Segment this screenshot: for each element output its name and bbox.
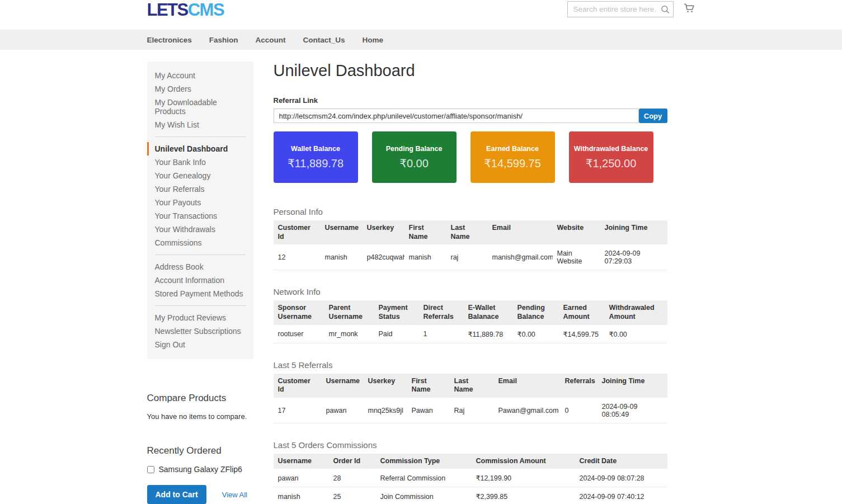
card-value: ₹11,889.78 bbox=[274, 157, 358, 170]
card-earned-balance: Earned Balance₹14,599.75 bbox=[471, 131, 555, 183]
card-label: Wallet Balance bbox=[274, 131, 358, 153]
sidebar-item-my-product-reviews[interactable]: My Product Reviews bbox=[147, 311, 253, 324]
card-value: ₹14,599.75 bbox=[471, 157, 555, 170]
search-icon[interactable] bbox=[661, 5, 670, 16]
data-table: Sponsor UsernameParent UsernamePayment S… bbox=[274, 300, 667, 343]
column-header-customer-id: Customer Id bbox=[274, 220, 321, 244]
table-row: pawan28Referral Commission₹12,199.902024… bbox=[274, 469, 667, 487]
nav-item-contact-us[interactable]: Contact_Us bbox=[303, 36, 345, 44]
column-header-sponsor-username: Sponsor Username bbox=[274, 300, 324, 324]
table-cell: 2024-09-09 07:29:03 bbox=[600, 244, 667, 270]
nav-item-electronices[interactable]: Electronices bbox=[147, 36, 192, 44]
table-cell: 12 bbox=[274, 244, 321, 270]
data-table: Customer IdUsernameUserkeyFirst NameLast… bbox=[274, 374, 667, 423]
table-row: rootusermr_monkPaid1₹11,889.78₹0.00₹14,5… bbox=[274, 325, 667, 343]
column-header-earned-amount: Earned Amount bbox=[559, 300, 605, 324]
page-header: LETSCMS bbox=[0, 0, 842, 30]
section-title: Last 5 Orders Commissions bbox=[274, 440, 667, 450]
compare-products-title: Compare Products bbox=[147, 393, 253, 404]
table-cell: Raj bbox=[450, 398, 494, 423]
nav-item-fashion[interactable]: Fashion bbox=[209, 36, 238, 44]
column-header-last-name: Last Name bbox=[450, 374, 494, 398]
sidebar-item-your-withdrawals[interactable]: Your Withdrawals bbox=[147, 223, 253, 236]
column-header-joining-time: Joining Time bbox=[600, 220, 667, 244]
balance-cards: Wallet Balance₹11,889.78Pending Balance₹… bbox=[274, 131, 667, 183]
table-header-row: Customer IdUsernameUserkeyFirst NameLast… bbox=[274, 220, 667, 244]
sidebar-item-my-downloadable-products[interactable]: My Downloadable Products bbox=[147, 96, 253, 118]
column-header-userkey: Userkey bbox=[363, 220, 404, 244]
last-5-orders-commissions-section: Last 5 Orders CommissionsUsernameOrder I… bbox=[274, 440, 667, 504]
logo-part-lets: LETS bbox=[147, 0, 188, 20]
card-label: Earned Balance bbox=[471, 131, 555, 153]
network-info-section: Network InfoSponsor UsernameParent Usern… bbox=[274, 287, 667, 343]
table-cell: mr_monk bbox=[324, 325, 374, 343]
sidebar-item-sign-out[interactable]: Sign Out bbox=[147, 338, 253, 351]
table-cell: raj bbox=[446, 244, 488, 270]
column-header-e-wallet-balanace: E-Wallet Balanace bbox=[464, 300, 513, 324]
recent-item-checkbox[interactable] bbox=[147, 466, 154, 473]
sidebar-item-address-book[interactable]: Address Book bbox=[147, 260, 253, 274]
table-header-row: Sponsor UsernameParent UsernamePayment S… bbox=[274, 300, 667, 324]
sidebar-item-my-wish-list[interactable]: My Wish List bbox=[147, 118, 253, 131]
sidebar-item-unilevel-dashboard[interactable]: Unilevel Dashboard bbox=[147, 142, 253, 156]
search-input[interactable] bbox=[567, 1, 674, 17]
sidebar-item-your-bank-info[interactable]: Your Bank Info bbox=[147, 156, 253, 169]
sidebar-item-newsletter-subscriptions[interactable]: Newsletter Subscriptions bbox=[147, 324, 253, 338]
table-cell: manish bbox=[321, 244, 363, 270]
sidebar-item-your-referrals[interactable]: Your Referrals bbox=[147, 182, 253, 196]
column-header-username: Username bbox=[322, 374, 364, 398]
column-header-last-name: Last Name bbox=[446, 220, 488, 244]
referral-link-input[interactable] bbox=[274, 109, 639, 123]
table-cell: Pawan@gmail.com bbox=[494, 398, 561, 423]
section-title: Personal Info bbox=[274, 207, 667, 216]
view-all-link[interactable]: View All bbox=[222, 491, 247, 499]
sidebar-item-commissions[interactable]: Commissions bbox=[147, 236, 253, 249]
recent-item[interactable]: Samsung Galaxy ZFlip6 bbox=[147, 465, 253, 474]
sidebar-item-stored-payment-methods[interactable]: Stored Payment Methods bbox=[147, 287, 253, 300]
column-header-payment-status: Payment Status bbox=[374, 300, 419, 324]
table-header-row: Customer IdUsernameUserkeyFirst NameLast… bbox=[274, 374, 667, 398]
column-header-referrals: Referrals bbox=[561, 374, 598, 398]
column-header-username: Username bbox=[321, 220, 363, 244]
card-label: Pending Balance bbox=[372, 131, 457, 153]
card-pending-balance: Pending Balance₹0.00 bbox=[372, 131, 457, 183]
compare-products-widget: Compare Products You have no items to co… bbox=[147, 393, 253, 421]
table-cell: rootuser bbox=[274, 325, 324, 343]
table-cell: ₹11,889.78 bbox=[464, 325, 513, 343]
add-to-cart-button[interactable]: Add to Cart bbox=[147, 485, 206, 504]
table-row: 17pawanmnq25ks9jlPawanRajPawan@gmail.com… bbox=[274, 398, 667, 423]
table-cell: ₹12,199.90 bbox=[472, 469, 575, 487]
nav-item-home[interactable]: Home bbox=[363, 36, 384, 44]
last-5-referrals-section: Last 5 ReferralsCustomer IdUsernameUserk… bbox=[274, 360, 667, 423]
table-cell: 28 bbox=[329, 469, 376, 487]
table-header-row: UsernameOrder IdCommission TypeCommissio… bbox=[274, 454, 667, 469]
column-header-withdrawaled-amount: Withdrawaled Amount bbox=[605, 300, 667, 324]
sidebar-item-account-information[interactable]: Account Information bbox=[147, 274, 253, 287]
page-title: Unilevel Dashboard bbox=[274, 62, 667, 80]
card-value: ₹0.00 bbox=[372, 157, 457, 170]
sidebar-item-your-genealogy[interactable]: Your Genealogy bbox=[147, 169, 253, 182]
sidebar-item-my-account[interactable]: My Account bbox=[147, 69, 253, 82]
copy-button[interactable]: Copy bbox=[639, 109, 667, 123]
referral-link-block: Referral Link Copy bbox=[274, 96, 667, 123]
sidebar-item-my-orders[interactable]: My Orders bbox=[147, 82, 253, 96]
table-cell: manish bbox=[274, 487, 329, 504]
sidebar-divider bbox=[155, 255, 246, 255]
sidebar-item-your-payouts[interactable]: Your Payouts bbox=[147, 196, 253, 209]
logo-part-cms: CMS bbox=[188, 0, 224, 20]
main-nav-list: ElectronicesFashionAccountContact_UsHome bbox=[147, 30, 695, 50]
table-cell: 25 bbox=[329, 487, 376, 504]
column-header-commission-amount: Commission Amount bbox=[472, 454, 575, 469]
cart-icon[interactable] bbox=[684, 3, 695, 16]
nav-item-account[interactable]: Account bbox=[256, 36, 286, 44]
table-cell: ₹0.00 bbox=[513, 325, 559, 343]
column-header-first-name: First Name bbox=[407, 374, 450, 398]
site-logo[interactable]: LETSCMS bbox=[147, 1, 224, 20]
main-nav: ElectronicesFashionAccountContact_UsHome bbox=[0, 30, 842, 50]
sidebar-item-your-transactions[interactable]: Your Transactions bbox=[147, 209, 253, 223]
table-cell: Join Commission bbox=[376, 487, 472, 504]
sidebar-divider bbox=[155, 305, 246, 306]
column-header-email: Email bbox=[488, 220, 553, 244]
table-cell: ₹0.00 bbox=[605, 325, 667, 343]
table-cell: 1 bbox=[419, 325, 464, 343]
